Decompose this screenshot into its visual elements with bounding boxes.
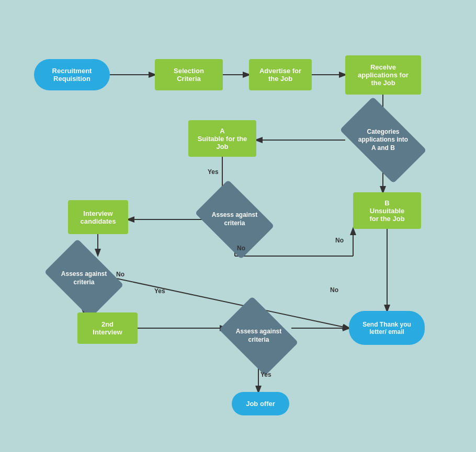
receive-label: Receive applications for the Job (358, 63, 409, 87)
assess1-label: Assess against criteria (212, 211, 257, 227)
assess2-label: Assess against criteria (61, 270, 107, 286)
no4-label: No (330, 286, 338, 294)
advertise-node: Advertise for the Job (249, 59, 312, 90)
interview-node: Interview candidates (68, 200, 128, 234)
no1-label: No (237, 245, 245, 252)
job-offer-node: Job offer (232, 392, 289, 415)
receive-node: Receive applications for the Job (345, 55, 421, 95)
unsuitable-label: B Unsuitable for the Job (369, 199, 404, 223)
send-thank-label: Send Thank you letter/ email (362, 321, 411, 335)
recruitment-label: Recruitment Requisition (52, 67, 92, 83)
suitable-label: A Suitable for the Job (198, 127, 247, 150)
assess3-diamond: Assess against criteria (226, 312, 291, 360)
unsuitable-node: B Unsuitable for the Job (353, 192, 421, 229)
recruitment-node: Recruitment Requisition (34, 59, 110, 90)
send-thank-node: Send Thank you letter/ email (349, 311, 425, 345)
yes3-label: Yes (260, 371, 271, 378)
categories-label: Categories applications into A and B (358, 128, 408, 153)
no2-label: No (335, 237, 344, 244)
selection-node: Selection Criteria (155, 59, 223, 90)
job-offer-label: Job offer (246, 400, 275, 408)
flowchart: Recruitment Requisition Selection Criter… (0, 0, 476, 452)
advertise-label: Advertise for the Job (259, 67, 301, 83)
yes2-label: Yes (154, 287, 165, 295)
suitable-node: A Suitable for the Job (188, 120, 256, 157)
yes1-label: Yes (208, 168, 219, 176)
second-interview-node: 2nd Interview (77, 312, 138, 344)
categories-diamond: Categories applications into A and B (345, 117, 421, 164)
assess3-label: Assess against criteria (236, 328, 281, 344)
interview-label: Interview candidates (81, 210, 116, 225)
assess2-diamond: Assess against criteria (51, 255, 117, 302)
selection-label: Selection Criteria (174, 67, 204, 83)
second-interview-label: 2nd Interview (93, 320, 122, 336)
assess1-diamond: Assess against criteria (202, 196, 267, 243)
no3-label: No (116, 271, 124, 278)
